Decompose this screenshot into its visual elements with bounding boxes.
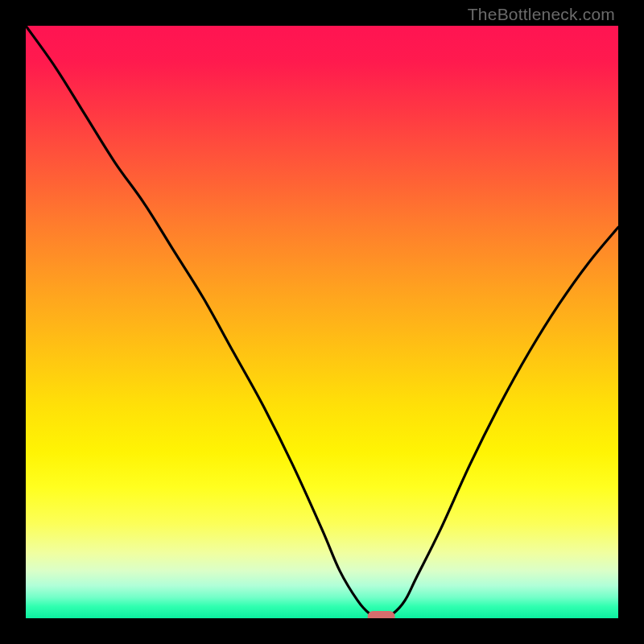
chart-frame: TheBottleneck.com [0, 0, 644, 644]
plot-area [26, 26, 618, 618]
bottleneck-curve [26, 26, 618, 618]
attribution-text: TheBottleneck.com [468, 5, 615, 24]
minimum-marker [368, 611, 395, 618]
curve-layer [26, 26, 618, 618]
